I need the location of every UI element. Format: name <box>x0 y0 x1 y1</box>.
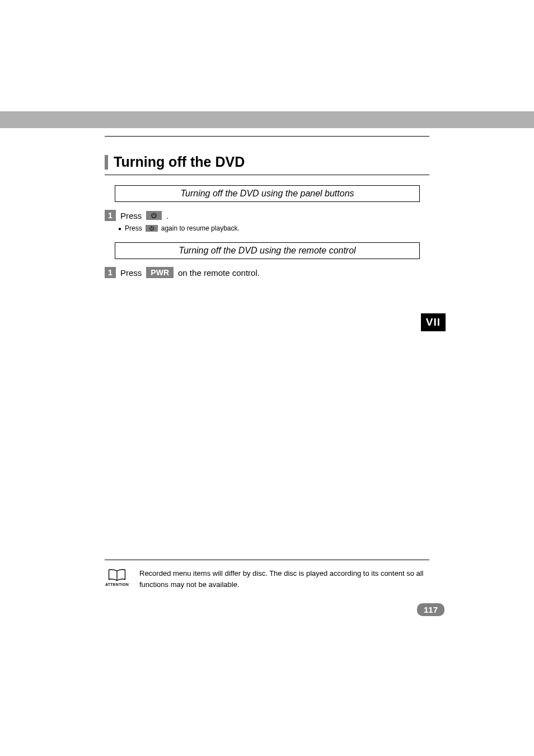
note-press: Press <box>125 224 142 232</box>
power-icon-button-small <box>146 225 158 232</box>
section-title: Turning off the DVD <box>114 154 245 170</box>
section-title-row: Turning off the DVD <box>105 154 429 175</box>
subheading-remote-control: Turning off the DVD using the remote con… <box>115 242 420 259</box>
main-content: Turning off the DVD Turning off the DVD … <box>105 154 429 281</box>
page-number: 117 <box>417 603 444 616</box>
book-icon <box>107 568 127 581</box>
pwr-button-label: PWR <box>146 267 174 278</box>
step-number-badge: 1 <box>105 210 116 221</box>
step-text-press: Press <box>120 268 142 278</box>
attention-text: Recorded menu items will differ by disc.… <box>139 568 429 590</box>
step-text-rest: on the remote control. <box>178 268 260 278</box>
step-text-press: Press <box>120 211 142 220</box>
title-accent-bar <box>105 155 108 170</box>
note-rest: again to resume playback. <box>161 224 240 232</box>
horizontal-rule-top <box>105 136 429 137</box>
step-text-period: . <box>166 211 168 220</box>
step-number-badge: 1 <box>105 267 116 278</box>
step-1-panel: 1 Press . <box>105 210 429 221</box>
power-icon-button <box>146 211 162 220</box>
bullet-icon: ● <box>118 226 121 232</box>
step-1-panel-note: ● Press again to resume playback. <box>118 224 429 232</box>
header-gray-banner <box>0 111 534 128</box>
attention-block: ATTENTION Recorded menu items will diffe… <box>105 560 429 590</box>
attention-icon-group: ATTENTION <box>105 568 129 586</box>
subheading-panel-buttons: Turning off the DVD using the panel butt… <box>115 185 420 202</box>
section-tab: VII <box>421 313 446 331</box>
attention-label: ATTENTION <box>105 583 129 586</box>
step-1-remote: 1 Press PWR on the remote control. <box>105 267 429 278</box>
power-icon <box>151 212 157 219</box>
power-icon <box>149 226 154 231</box>
